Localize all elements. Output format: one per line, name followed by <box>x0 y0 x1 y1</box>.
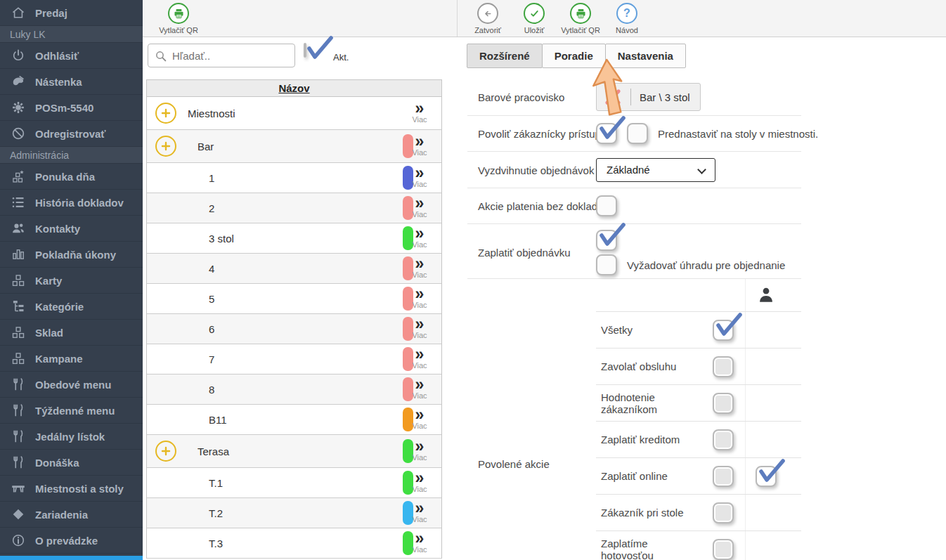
toolbar-button-zatvorit[interactable]: Zatvoriť <box>465 3 511 34</box>
table-row-t-1[interactable]: T.1»Viac <box>147 468 441 498</box>
more-button[interactable]: »Viac <box>403 288 436 309</box>
require-payment-checkbox[interactable] <box>596 254 617 275</box>
double-chevron-icon: » <box>403 349 436 360</box>
customer-access-checkbox[interactable] <box>596 123 617 144</box>
table-row-2[interactable]: 2»Viac <box>147 193 441 223</box>
sidebar-bottom-accent <box>0 556 143 560</box>
table-row-5[interactable]: 5»Viac <box>147 284 441 314</box>
table-row-bar[interactable]: Bar»Viac <box>147 130 441 163</box>
more-button[interactable]: »Viac <box>403 502 436 523</box>
table-row-t-2[interactable]: T.2»Viac <box>147 498 441 528</box>
sidebar-item-nastenka[interactable]: Nástenka <box>0 69 143 95</box>
sidebar-item-historia-dokladov[interactable]: História dokladov <box>0 190 143 216</box>
more-button[interactable]: »Viac <box>403 228 436 249</box>
sidebar-item-kategorie[interactable]: Kategórie <box>0 294 143 320</box>
more-button[interactable]: »Viac <box>403 533 436 554</box>
row-name: T.2 <box>147 507 223 519</box>
sidebar-item-sklad[interactable]: Sklad <box>0 320 143 346</box>
sidebar-item-obedove-menu[interactable]: Obedové menu <box>0 372 143 398</box>
table-icon <box>11 481 26 495</box>
list-header[interactable]: Názov <box>146 79 442 97</box>
zavolat-obsluhu-checkbox[interactable] <box>713 356 734 377</box>
toolbar-button-vytlacit-qr[interactable]: Vytlačiť QR <box>155 3 202 34</box>
more-button[interactable]: »Viac <box>403 258 436 279</box>
preset-tables-checkbox[interactable] <box>627 123 648 144</box>
double-chevron-icon: » <box>403 197 436 209</box>
table-row-1[interactable]: 1»Viac <box>147 163 441 193</box>
more-button[interactable]: »Viac <box>403 136 436 157</box>
sidebar-item-odhlasit[interactable]: Odhlásiť <box>0 43 143 69</box>
sidebar-item-zariadenia[interactable]: Zariadenia <box>0 502 143 528</box>
back-icon <box>477 3 498 24</box>
sidebar-item-miestnosti-a-stoly[interactable]: Miestnosti a stoly <box>0 476 143 502</box>
table-row-t-3[interactable]: T.3»Viac <box>147 528 441 559</box>
sidebar-item-donaska[interactable]: Donáška <box>0 450 143 476</box>
zaplatit-online-checkbox[interactable] <box>713 466 734 487</box>
bar-workstation-button[interactable]: Bar \ 3 stol <box>596 83 701 111</box>
zaplatit-kreditom-checkbox[interactable] <box>713 429 734 450</box>
sidebar-item-kontakty[interactable]: Kontakty <box>0 216 143 242</box>
row-pay-no-receipt: Akcie platenia bez dokladu <box>467 188 801 224</box>
more-button[interactable]: »Viac <box>403 472 436 493</box>
table-row-miestnosti[interactable]: Miestnosti»Viac <box>147 97 441 130</box>
order-pickup-select[interactable]: Základné <box>596 158 715 182</box>
sidebar-item-jedalny-listok[interactable]: Jedálny lístok <box>0 424 143 450</box>
zaplatime-hotovostou-checkbox[interactable] <box>713 539 734 560</box>
zakaznik-pri-stole-checkbox[interactable] <box>713 502 734 523</box>
more-button[interactable]: »Viac <box>403 379 436 400</box>
printer-icon <box>168 3 189 24</box>
sidebar-item-pokladna-ukony[interactable]: Pokladňa úkony <box>0 242 143 268</box>
toolbar-button-ulozit[interactable]: Uložiť <box>511 3 557 34</box>
tab-rozsirene[interactable]: Rozšírené <box>467 44 543 68</box>
more-button[interactable]: »Viac <box>403 409 436 430</box>
tab-poradie[interactable]: Poradie <box>542 44 606 68</box>
table-row-b11[interactable]: B11»Viac <box>147 405 441 435</box>
plus-circle-icon[interactable] <box>155 103 176 124</box>
table-row-8[interactable]: 8»Viac <box>147 375 441 405</box>
allowed-actions-label: Povolené akcie <box>478 458 550 470</box>
zaplatit-online-customer-checkbox[interactable] <box>756 466 777 487</box>
sidebar-item-kampane[interactable]: Kampane <box>0 346 143 372</box>
sidebar-item-odregistrovat[interactable]: Odregistrovať <box>0 121 143 147</box>
sidebar-item-ponuka-dna[interactable]: Ponuka dňa <box>0 164 143 190</box>
sidebar-item-o-prevadzke[interactable]: O prevádzke <box>0 528 143 554</box>
plus-circle-icon[interactable] <box>155 136 176 157</box>
sidebar-item-posm-5540[interactable]: POSm-5540 <box>0 95 143 121</box>
active-filter-checkbox[interactable] <box>304 43 306 58</box>
toolbar-button-vytlacit-qr[interactable]: Vytlačiť QR <box>557 3 604 34</box>
allowed-actions-header <box>596 279 801 312</box>
double-chevron-icon: » <box>403 136 436 148</box>
hodnotenie-zakaznikom-checkbox[interactable] <box>713 393 734 414</box>
more-button[interactable]: »Viac <box>403 167 436 188</box>
vsetky-checkbox[interactable] <box>713 320 734 341</box>
table-row-terasa[interactable]: Terasa»Viac <box>147 435 441 468</box>
row-name: 1 <box>147 172 214 184</box>
search-input[interactable] <box>172 45 290 66</box>
people-icon <box>11 221 26 235</box>
more-button[interactable]: »Viac <box>403 103 436 124</box>
more-button[interactable]: »Viac <box>403 318 436 339</box>
plus-circle-icon[interactable] <box>155 441 176 462</box>
sidebar-item-karty[interactable]: Karty <box>0 268 143 294</box>
pay-order-checkbox[interactable] <box>596 230 617 251</box>
table-row-3-stol[interactable]: 3 stol»Viac <box>147 223 441 254</box>
sidebar-item-predaj[interactable]: Predaj <box>0 0 143 26</box>
tab-nastavenia[interactable]: Nastavenia <box>605 44 686 68</box>
table-row-4[interactable]: 4»Viac <box>147 254 441 284</box>
row-name: T.3 <box>147 538 223 549</box>
ban-icon <box>11 126 26 141</box>
pay-no-receipt-label: Akcie platenia bez dokladu <box>478 200 603 212</box>
pay-no-receipt-checkbox[interactable] <box>596 195 617 216</box>
more-button[interactable]: »Viac <box>403 349 436 370</box>
more-button[interactable]: »Viac <box>403 441 436 462</box>
toolbar-button-navod[interactable]: ?Návod <box>604 3 650 34</box>
table-row-6[interactable]: 6»Viac <box>147 314 441 344</box>
chart-icon <box>11 247 26 261</box>
sidebar-item-tyzdenne-menu[interactable]: Týždenné menu <box>0 398 143 424</box>
sidebar-section-administracia: Administrácia <box>0 147 143 164</box>
utensils-icon <box>11 429 26 443</box>
table-row-7[interactable]: 7»Viac <box>147 344 441 375</box>
boxes-icon <box>11 273 26 287</box>
remove-x-icon[interactable] <box>604 88 622 106</box>
more-button[interactable]: »Viac <box>403 197 436 219</box>
